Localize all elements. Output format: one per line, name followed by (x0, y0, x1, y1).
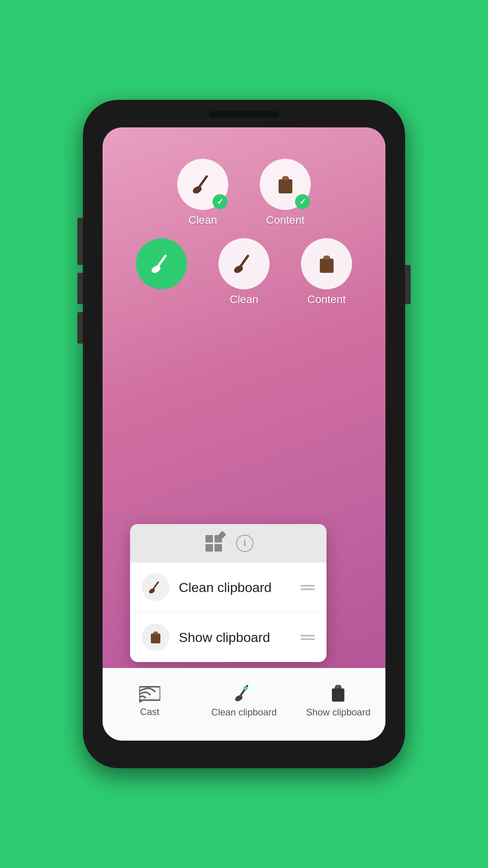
badge-check-1 (213, 194, 227, 209)
svg-point-1 (192, 185, 203, 195)
app-icon-clean-big[interactable] (136, 238, 187, 306)
badge-check-2 (295, 194, 310, 209)
app-label-clean-1: Clean (188, 214, 217, 226)
context-menu-header: i (130, 524, 327, 563)
phone-frame: Clean Content (83, 100, 405, 768)
app-label-content-1: Content (266, 214, 305, 226)
power-button[interactable] (405, 265, 411, 304)
svg-point-20 (234, 694, 244, 703)
svg-line-0 (199, 177, 207, 188)
app-label-clean-2: Clean (229, 293, 258, 306)
drag-handle-1[interactable] (301, 585, 315, 590)
svg-point-6 (150, 264, 162, 274)
bottom-nav: Cast ✓ Clean clipboard Show clipboard (103, 668, 385, 741)
broom-icon-nav: ✓ (234, 683, 254, 703)
context-item-show-clipboard[interactable]: Show clipboard (130, 612, 327, 662)
info-button[interactable]: i (236, 535, 253, 552)
widget-grid-icon (203, 533, 224, 554)
svg-point-8 (233, 264, 244, 274)
svg-rect-16 (154, 631, 158, 634)
svg-rect-11 (324, 256, 329, 259)
app-icon-circle-content-2 (301, 238, 352, 289)
app-icon-content-1[interactable]: Content (260, 159, 311, 226)
phone-screen: Clean Content (103, 127, 385, 741)
app-row-1: Clean Content (177, 159, 311, 226)
nav-label-show-clipboard: Show clipboard (306, 707, 371, 718)
svg-rect-25 (336, 685, 341, 688)
clipboard-icon-2 (316, 253, 338, 275)
drag-handle-2[interactable] (301, 635, 315, 640)
context-menu: i Clean clipboard (130, 524, 327, 662)
context-menu-items: Clean clipboard Show clipboard (130, 563, 327, 662)
svg-line-12 (153, 582, 158, 590)
context-item-icon-clipboard (142, 623, 169, 651)
app-icon-content-2[interactable]: Content (301, 238, 352, 306)
broom-icon-menu (148, 579, 163, 595)
svg-line-7 (240, 256, 248, 267)
svg-text:✓: ✓ (244, 686, 247, 690)
app-label-content-2: Content (307, 293, 346, 306)
nav-item-show-clipboard[interactable]: Show clipboard (291, 683, 385, 718)
clipboard-icon-nav (329, 683, 347, 703)
svg-line-5 (158, 256, 165, 267)
app-icon-circle-content-1 (260, 159, 311, 210)
nav-label-clean-clipboard: Clean clipboard (211, 707, 277, 718)
vol-up-button[interactable] (77, 273, 83, 304)
nav-label-cast: Cast (140, 706, 159, 717)
clean-clipboard-label: Clean clipboard (179, 580, 291, 595)
svg-point-13 (148, 588, 156, 594)
context-item-clean-clipboard[interactable]: Clean clipboard (130, 563, 327, 612)
app-icon-circle-clean-1 (177, 159, 228, 210)
context-item-icon-broom (142, 574, 169, 601)
nav-item-clean-clipboard[interactable]: ✓ Clean clipboard (197, 683, 291, 718)
broom-icon-1 (191, 173, 215, 196)
clipboard-icon-menu (148, 630, 163, 645)
svg-rect-23 (332, 688, 345, 701)
app-row-2: Clean Content (136, 238, 352, 306)
app-icon-circle-big (136, 238, 187, 289)
app-icon-clean-1[interactable]: Clean (177, 159, 228, 226)
app-icon-circle-clean-2 (218, 238, 270, 289)
show-clipboard-label: Show clipboard (179, 630, 291, 645)
broom-icon-big (150, 252, 173, 276)
broom-icon-2 (232, 252, 256, 276)
clipboard-icon-1 (275, 174, 296, 195)
vol-down-button[interactable] (77, 312, 83, 344)
nav-item-cast[interactable]: Cast (103, 684, 197, 717)
app-icon-clean-2[interactable]: Clean (218, 238, 270, 306)
svg-rect-4 (283, 176, 288, 180)
app-grid: Clean Content (103, 159, 385, 306)
cast-icon (139, 684, 160, 702)
